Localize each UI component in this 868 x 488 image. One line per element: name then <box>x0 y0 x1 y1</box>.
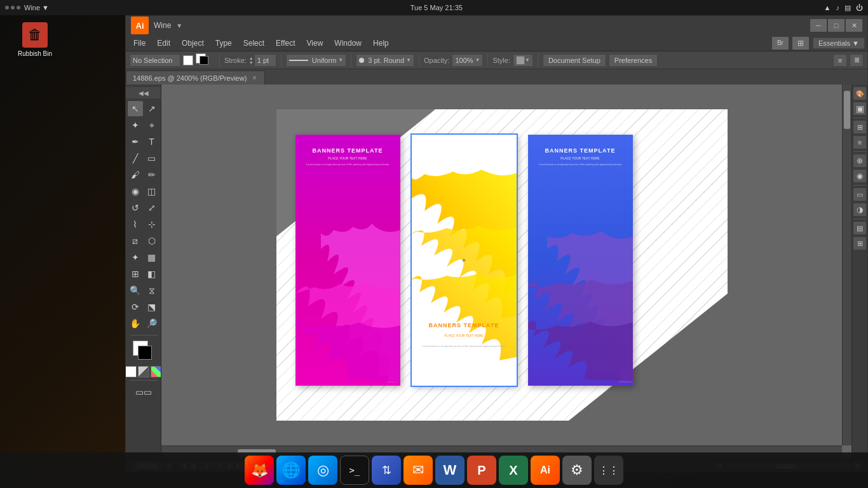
document-setup-button[interactable]: Document Setup <box>543 54 606 67</box>
taskbar-apps-grid[interactable]: ⋮⋮ <box>594 456 623 485</box>
maximize-button[interactable]: □ <box>828 19 844 32</box>
menu-view[interactable]: View <box>302 37 329 50</box>
tool-row-7: ↺ ⤢ <box>126 200 161 215</box>
right-panel-divider-1 <box>853 118 866 118</box>
menu-file[interactable]: File <box>128 37 151 50</box>
swatches-panel-icon[interactable]: ▣ <box>853 102 866 115</box>
fill-swatch[interactable] <box>183 55 193 65</box>
color-panel-icon[interactable]: 🎨 <box>853 87 866 100</box>
banner-card-2[interactable]: + BANNERS TEMPLATE PLACE YOUR TEXT HERE … <box>412 135 517 386</box>
menu-object[interactable]: Object <box>177 37 209 50</box>
line-tool[interactable]: ╱ <box>128 151 143 166</box>
gradient-swatch[interactable] <box>138 366 149 377</box>
canvas-area[interactable]: BANNERS TEMPLATE PLACE YOUR TEXT HERE Lo… <box>161 85 851 458</box>
br-button[interactable]: Br <box>772 37 789 50</box>
pen-tool[interactable]: ✒ <box>128 134 143 149</box>
taskbar-terminal[interactable]: >_ <box>340 456 369 485</box>
system-bar: Wine ▼ Tue 5 May 21:35 ▲ ♪ ▤ ⏻ <box>0 0 868 15</box>
lasso-tool[interactable]: ⌖ <box>144 118 159 133</box>
vertical-scroll-thumb[interactable] <box>844 91 850 129</box>
taskbar-settings[interactable]: ⚙ <box>562 456 592 485</box>
opacity-dropdown[interactable]: 100% ▼ <box>452 54 483 67</box>
workspace-layout-button[interactable]: ⊞ <box>792 37 809 50</box>
measure-tool[interactable]: ⧖ <box>144 283 159 298</box>
blend-tool[interactable]: ⟳ <box>128 299 143 315</box>
menu-effect[interactable]: Effect <box>271 37 300 50</box>
banners-container: BANNERS TEMPLATE PLACE YOUR TEXT HERE Lo… <box>295 135 633 386</box>
eyedropper-tool[interactable]: 🔍 <box>128 283 143 298</box>
menu-edit[interactable]: Edit <box>152 37 175 50</box>
eraser-tool[interactable]: ◫ <box>144 184 159 199</box>
taskbar-chromium[interactable]: ◎ <box>308 456 337 485</box>
stroke-width-box[interactable]: 1 pt <box>254 54 276 67</box>
scale-tool[interactable]: ⤢ <box>144 200 159 215</box>
direct-selection-tool[interactable]: ↗ <box>144 101 159 116</box>
taskbar: 🦊 🌐 ◎ >_ ⇅ ✉ W P X Ai ⚙ ⋮⋮ <box>0 452 868 488</box>
live-paint-tool[interactable]: ⬔ <box>144 299 159 315</box>
banner3-body: Lorem Ipsum is simply dummy text of the … <box>534 163 627 166</box>
panels-icon[interactable]: ≣ <box>850 54 864 67</box>
rect-tool[interactable]: ▭ <box>144 151 159 166</box>
wifi-icon: ▲ <box>824 4 831 11</box>
vertical-scrollbar[interactable] <box>842 85 851 445</box>
taskbar-illustrator[interactable]: Ai <box>531 456 560 485</box>
transform-panel-icon[interactable]: ⊞ <box>853 121 866 133</box>
separator-4 <box>419 54 419 67</box>
shape-builder-tool[interactable]: ⧄ <box>128 233 143 248</box>
zoom-tool[interactable]: 🔎 <box>144 316 159 331</box>
magic-wand-tool[interactable]: ✦ <box>128 118 143 133</box>
type-tool[interactable]: T <box>144 134 159 149</box>
separator-1 <box>219 54 220 67</box>
taskbar-word[interactable]: W <box>435 456 465 485</box>
arrange-icon[interactable]: ≡ <box>833 54 847 67</box>
separator-2 <box>281 54 281 67</box>
background-swatch[interactable] <box>138 346 152 360</box>
menu-window[interactable]: Window <box>329 37 367 50</box>
essentials-button[interactable]: Essentials ▼ <box>813 37 865 49</box>
taskbar-browser[interactable]: 🌐 <box>276 456 306 485</box>
toolbar-collapse-button[interactable]: ◀◀ <box>126 87 161 98</box>
style-box[interactable]: ▼ <box>513 54 533 67</box>
align-panel-icon[interactable]: ≡ <box>853 136 866 149</box>
pencil-tool[interactable]: ✏ <box>144 167 159 182</box>
taskbar-nautilus[interactable]: ⇅ <box>372 456 401 485</box>
rotate-tool[interactable]: ↺ <box>128 200 143 215</box>
gradient-panel-icon[interactable]: ◑ <box>853 203 866 216</box>
blob-brush-tool[interactable]: ◉ <box>128 184 143 199</box>
preferences-button[interactable]: Preferences <box>609 54 658 67</box>
stroke-line-dropdown[interactable]: Uniform ▼ <box>286 54 346 67</box>
rubbish-bin-icon[interactable]: 🗑 Rubbish Bin <box>13 22 57 57</box>
menu-help[interactable]: Help <box>368 37 394 50</box>
artboard-tool[interactable]: ▭▭ <box>136 384 151 400</box>
banner2-bottom-body: Lorem Ipsum is simply dummy text of the … <box>418 344 510 348</box>
taskbar-powerpoint[interactable]: P <box>467 456 496 485</box>
column-graph-tool[interactable]: ▦ <box>144 250 159 265</box>
pathfinder-icon[interactable]: ⊕ <box>853 154 866 167</box>
taskbar-firefox[interactable]: 🦊 <box>245 456 274 485</box>
menu-select[interactable]: Select <box>238 37 269 50</box>
symbol-sprayer-tool[interactable]: ✦ <box>128 250 143 265</box>
gradient-tool[interactable]: ◧ <box>144 266 159 281</box>
taskbar-mail[interactable]: ✉ <box>403 456 433 485</box>
illustrator-window: Ai Wine ▼ ─ □ ✕ File Edit Object Type Se… <box>125 15 868 473</box>
minimize-button[interactable]: ─ <box>810 19 827 32</box>
paintbrush-tool[interactable]: 🖌 <box>128 167 143 182</box>
free-transform-tool[interactable]: ⊹ <box>144 217 159 232</box>
hand-tool[interactable]: ✋ <box>128 316 143 331</box>
pattern-swatch[interactable] <box>151 366 162 377</box>
taskbar-excel[interactable]: X <box>499 456 528 485</box>
warp-tool[interactable]: ⌇ <box>128 217 143 232</box>
appearance-icon[interactable]: ◉ <box>853 170 866 182</box>
menu-type[interactable]: Type <box>210 37 237 50</box>
doc-tab-close-button[interactable]: × <box>250 74 258 82</box>
perspective-grid-tool[interactable]: ⬡ <box>144 233 159 248</box>
document-tab[interactable]: 14886.eps @ 2400% (RGB/Preview) × <box>126 71 265 85</box>
mesh-tool[interactable]: ⊞ <box>128 266 143 281</box>
none-swatch[interactable] <box>126 366 137 377</box>
layers-panel-icon[interactable]: ▤ <box>853 222 866 234</box>
close-button[interactable]: ✕ <box>846 19 862 32</box>
selection-tool[interactable]: ↖ <box>128 101 143 116</box>
artboards-panel-icon[interactable]: ⊞ <box>853 237 866 250</box>
stroke-panel-icon[interactable]: ▭ <box>853 188 866 201</box>
stroke-weight-dropdown[interactable]: 3 pt. Round ▼ <box>356 54 414 67</box>
